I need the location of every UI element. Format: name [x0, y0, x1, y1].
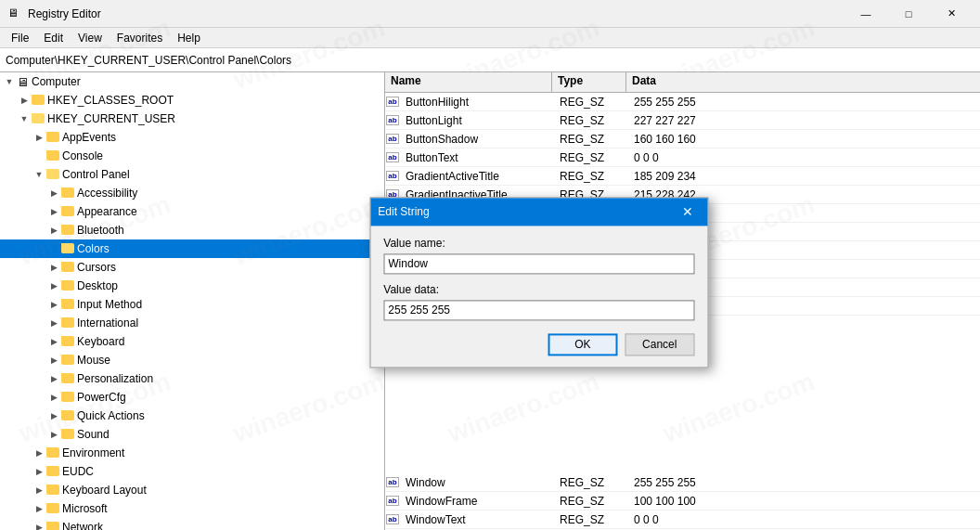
- val-type-buttonhilight: REG_SZ: [554, 94, 628, 110]
- value-row-gradientactivetitle[interactable]: ab GradientActiveTitle REG_SZ 185 209 23…: [385, 167, 980, 186]
- tree-label-hkcu: HKEY_CURRENT_USER: [47, 112, 175, 125]
- tree-item-desktop[interactable]: ▶ Desktop: [0, 277, 384, 295]
- toggle-powercfg[interactable]: ▶: [46, 390, 61, 405]
- ab-icon-windowtext: ab: [385, 512, 400, 527]
- tree-label-network: Network: [62, 521, 103, 530]
- menu-edit[interactable]: Edit: [36, 30, 71, 46]
- toggle-hkcr[interactable]: ▶: [17, 93, 32, 108]
- dialog-close-button[interactable]: ✕: [676, 200, 700, 224]
- value-name-input[interactable]: [383, 253, 694, 274]
- value-row-windowtext[interactable]: ab WindowText REG_SZ 0 0 0: [385, 511, 980, 529]
- tree-label-cursors: Cursors: [77, 261, 116, 274]
- toggle-sound[interactable]: ▶: [46, 427, 61, 442]
- tree-item-keyboardlayout[interactable]: ▶ Keyboard Layout: [0, 481, 384, 499]
- dialog-cancel-button[interactable]: Cancel: [625, 333, 694, 355]
- toggle-inputmethod[interactable]: ▶: [46, 297, 61, 312]
- tree-item-appearance[interactable]: ▶ Appearance: [0, 202, 384, 221]
- tree-label-hkcr: HKEY_CLASSES_ROOT: [47, 94, 174, 107]
- col-header-type: Type: [552, 72, 626, 92]
- tree-item-mouse[interactable]: ▶ Mouse: [0, 351, 384, 369]
- toggle-keyboard[interactable]: ▶: [46, 334, 61, 349]
- toggle-environment[interactable]: ▶: [32, 446, 46, 460]
- value-data-input[interactable]: [383, 300, 694, 320]
- toggle-accessibility[interactable]: ▶: [46, 186, 61, 200]
- toggle-international[interactable]: ▶: [46, 316, 61, 330]
- tree-label-appevents: AppEvents: [62, 131, 116, 144]
- toggle-microsoft[interactable]: ▶: [32, 501, 46, 516]
- tree-item-international[interactable]: ▶ International: [0, 314, 384, 332]
- ab-icon-window: ab: [385, 475, 400, 490]
- tree-item-sound[interactable]: ▶ Sound: [0, 425, 384, 444]
- tree-item-powercfg[interactable]: ▶ PowerCfg: [0, 388, 384, 407]
- val-data-windowtext: 0 0 0: [628, 511, 980, 528]
- tree-item-inputmethod[interactable]: ▶ Input Method: [0, 295, 384, 314]
- value-name-label: Value name:: [383, 237, 694, 250]
- value-row-buttontext[interactable]: ab ButtonText REG_SZ 0 0 0: [385, 149, 980, 167]
- tree-item-quickactions[interactable]: ▶ Quick Actions: [0, 407, 384, 425]
- tree-item-bluetooth[interactable]: ▶ Bluetooth: [0, 221, 384, 239]
- menu-file[interactable]: File: [4, 30, 36, 46]
- toggle-console[interactable]: ▶: [32, 149, 46, 163]
- toggle-desktop[interactable]: ▶: [46, 278, 61, 293]
- tree-item-eudc[interactable]: ▶ EUDC: [0, 462, 384, 481]
- tree-item-hkcr[interactable]: ▶ HKEY_CLASSES_ROOT: [0, 91, 384, 110]
- minimize-button[interactable]: —: [845, 0, 887, 28]
- tree-label-international: International: [77, 317, 138, 330]
- tree-item-appevents[interactable]: ▶ AppEvents: [0, 128, 384, 147]
- value-row-buttonshadow[interactable]: ab ButtonShadow REG_SZ 160 160 160: [385, 130, 980, 149]
- toggle-eudc[interactable]: ▶: [32, 464, 46, 479]
- toggle-controlpanel[interactable]: ▼: [32, 167, 46, 182]
- toggle-personalization[interactable]: ▶: [46, 371, 61, 386]
- ab-icon-buttontext: ab: [385, 150, 400, 165]
- col-header-data: Data: [626, 72, 980, 92]
- address-path: Computer\HKEY_CURRENT_USER\Control Panel…: [6, 54, 291, 67]
- toggle-computer[interactable]: ▼: [2, 74, 17, 89]
- tree-item-microsoft[interactable]: ▶ Microsoft: [0, 499, 384, 518]
- value-row-windowframe[interactable]: ab WindowFrame REG_SZ 100 100 100: [385, 492, 980, 511]
- dialog-ok-button[interactable]: OK: [548, 333, 617, 355]
- value-row-buttonhilight[interactable]: ab ButtonHilight REG_SZ 255 255 255: [385, 93, 980, 111]
- toggle-network[interactable]: ▶: [32, 520, 46, 530]
- toggle-appearance[interactable]: ▶: [46, 204, 61, 219]
- tree-item-computer[interactable]: ▼ 🖥 Computer: [0, 72, 384, 91]
- val-type-gradientactivetitle: REG_SZ: [554, 168, 628, 185]
- tree-label-accessibility: Accessibility: [77, 187, 137, 200]
- toggle-keyboardlayout[interactable]: ▶: [32, 483, 46, 498]
- menu-view[interactable]: View: [71, 30, 110, 46]
- toggle-colors[interactable]: ▶: [46, 241, 61, 256]
- val-data-window: 255 255 255: [628, 474, 980, 491]
- value-row-buttonlight[interactable]: ab ButtonLight REG_SZ 227 227 227: [385, 111, 980, 130]
- toggle-mouse[interactable]: ▶: [46, 353, 61, 368]
- tree-item-controlpanel[interactable]: ▼ Control Panel: [0, 165, 384, 184]
- tree-item-environment[interactable]: ▶ Environment: [0, 444, 384, 462]
- toggle-quickactions[interactable]: ▶: [46, 408, 61, 423]
- tree-item-network[interactable]: ▶ Network: [0, 518, 384, 530]
- tree-label-console: Console: [62, 149, 103, 162]
- toggle-hkcu[interactable]: ▼: [17, 111, 32, 126]
- tree-item-cursors[interactable]: ▶ Cursors: [0, 258, 384, 277]
- toggle-cursors[interactable]: ▶: [46, 260, 61, 275]
- address-bar: Computer\HKEY_CURRENT_USER\Control Panel…: [0, 48, 980, 72]
- toggle-appevents[interactable]: ▶: [32, 130, 46, 145]
- title-bar: 🖥 Registry Editor — □ ✕: [0, 0, 980, 28]
- menu-help[interactable]: Help: [170, 30, 208, 46]
- tree-item-console[interactable]: ▶ Console: [0, 147, 384, 165]
- menu-favorites[interactable]: Favorites: [110, 30, 170, 46]
- tree-item-personalization[interactable]: ▶ Personalization: [0, 369, 384, 388]
- tree-item-colors[interactable]: ▶ Colors: [0, 239, 384, 258]
- value-row-window[interactable]: ab Window REG_SZ 255 255 255: [385, 473, 980, 492]
- tree-label-bluetooth: Bluetooth: [77, 224, 124, 237]
- tree-item-keyboard[interactable]: ▶ Keyboard: [0, 332, 384, 351]
- maximize-button[interactable]: □: [887, 0, 930, 28]
- val-name-gradientactivetitle: GradientActiveTitle: [402, 168, 554, 185]
- val-name-buttonhilight: ButtonHilight: [402, 94, 554, 110]
- value-data-label: Value data:: [383, 283, 694, 296]
- val-data-buttonhilight: 255 255 255: [628, 94, 980, 110]
- tree-item-accessibility[interactable]: ▶ Accessibility: [0, 184, 384, 202]
- close-button[interactable]: ✕: [930, 0, 973, 28]
- tree-label-appearance: Appearance: [77, 205, 137, 218]
- ab-icon-windowframe: ab: [385, 494, 400, 509]
- tree-label-desktop: Desktop: [77, 279, 118, 292]
- toggle-bluetooth[interactable]: ▶: [46, 223, 61, 238]
- tree-item-hkcu[interactable]: ▼ HKEY_CURRENT_USER: [0, 110, 384, 128]
